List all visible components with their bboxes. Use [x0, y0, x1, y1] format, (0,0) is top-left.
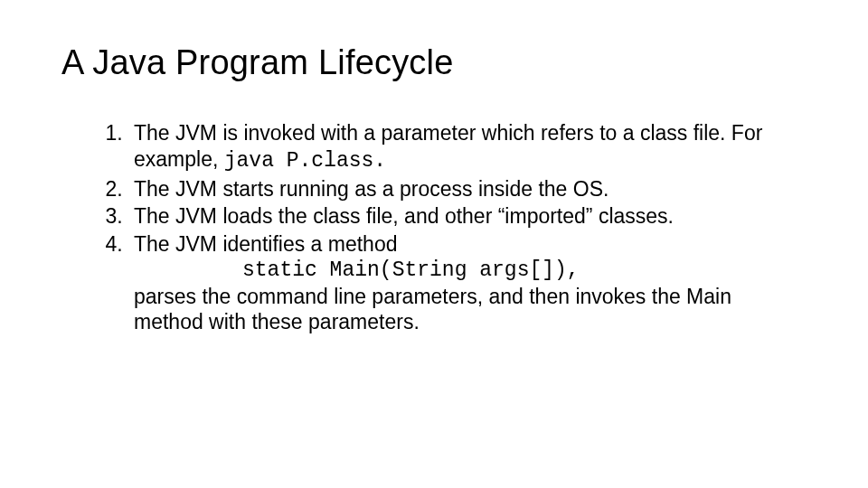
list-item: The JVM is invoked with a parameter whic… [128, 120, 807, 174]
inline-code: java P.class. [224, 149, 386, 173]
list-item-text: The JVM starts running as a process insi… [134, 177, 609, 201]
list-item-tail: parses the command line parameters, and … [134, 285, 731, 334]
list-item-lead: The JVM identifies a method [134, 232, 397, 256]
slide: A Java Program Lifecycle The JVM is invo… [0, 0, 868, 488]
lifecycle-list: The JVM is invoked with a parameter whic… [61, 120, 807, 335]
list-item-text: The JVM loads the class file, and other … [134, 204, 674, 228]
method-signature: static Main(String args[]), [134, 258, 807, 284]
slide-title: A Java Program Lifecycle [61, 43, 807, 82]
list-item: The JVM starts running as a process insi… [128, 176, 807, 202]
list-item: The JVM identifies a method static Main(… [128, 231, 807, 335]
list-item: The JVM loads the class file, and other … [128, 203, 807, 230]
